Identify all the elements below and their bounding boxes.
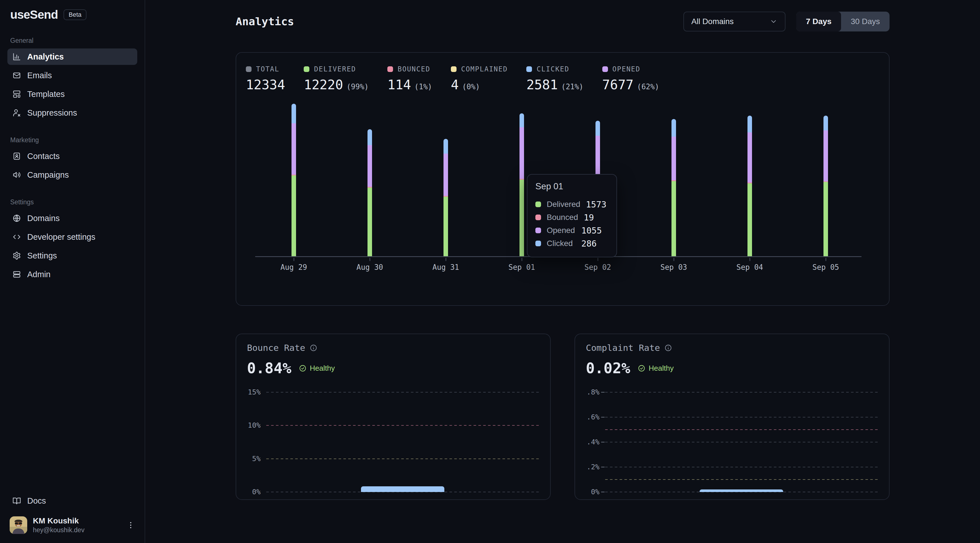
bounce-status-label: Healthy bbox=[310, 364, 335, 373]
book-user-icon bbox=[13, 152, 21, 160]
gridline-dashes bbox=[605, 442, 878, 442]
logo-row: useSend Beta bbox=[7, 0, 137, 22]
tooltip-label: Bounced bbox=[547, 213, 578, 222]
nav-section-title: General bbox=[10, 37, 134, 44]
complaint-rate-title: Complaint Rate bbox=[586, 343, 660, 353]
kebab-menu-icon[interactable] bbox=[126, 521, 135, 529]
bar-segment-clicked bbox=[444, 139, 448, 154]
tooltip-value: 19 bbox=[584, 213, 609, 222]
bounce-rate-title: Bounce Rate bbox=[247, 343, 305, 353]
header-controls: All Domains 7 Days 30 Days bbox=[683, 12, 889, 32]
chevron-down-icon bbox=[770, 17, 778, 25]
info-icon[interactable] bbox=[310, 344, 317, 352]
x-axis-label: Aug 31 bbox=[417, 263, 474, 272]
sidebar-item-domains[interactable]: Domains bbox=[7, 210, 137, 226]
bar-sep-01[interactable] bbox=[520, 113, 524, 256]
sidebar-item-emails[interactable]: Emails bbox=[7, 67, 137, 84]
stat-percentage: (21%) bbox=[561, 83, 583, 91]
tooltip-label: Delivered bbox=[547, 200, 580, 209]
bar-segment-delivered bbox=[520, 180, 524, 256]
complaint-rate-bar[interactable] bbox=[700, 489, 783, 492]
tooltip-swatch bbox=[535, 241, 541, 246]
y-axis-label: 15% bbox=[236, 388, 261, 396]
stats-row: TOTAL12334DELIVERED12220(99%)BOUNCED114(… bbox=[246, 65, 659, 92]
bar-segment-delivered bbox=[368, 187, 372, 256]
bar-segment-delivered bbox=[291, 175, 296, 256]
gridline-dashes bbox=[266, 459, 539, 459]
x-axis-tick bbox=[597, 258, 598, 261]
gridline--2-: .2% bbox=[575, 467, 889, 467]
sidebar-item-campaigns[interactable]: Campaigns bbox=[7, 167, 137, 183]
gridline-threshold bbox=[575, 429, 889, 430]
x-axis-tick bbox=[445, 258, 446, 261]
stat-label: TOTAL bbox=[256, 65, 279, 73]
range-7days-button[interactable]: 7 Days bbox=[796, 12, 841, 32]
sidebar-item-docs[interactable]: Docs bbox=[7, 492, 137, 509]
tooltip-swatch bbox=[535, 227, 541, 233]
sidebar-item-admin[interactable]: Admin bbox=[7, 266, 137, 283]
stat-label: OPENED bbox=[612, 65, 641, 73]
bar-aug-30[interactable] bbox=[368, 129, 372, 256]
x-axis-tick bbox=[673, 258, 674, 261]
bar-segment-opened bbox=[824, 130, 828, 181]
bar-segment-opened bbox=[520, 127, 524, 179]
bar-sep-04[interactable] bbox=[748, 116, 752, 256]
gridline-dashes bbox=[605, 467, 878, 467]
bar-segment-clicked bbox=[520, 113, 524, 127]
bar-sep-05[interactable] bbox=[824, 116, 828, 256]
check-circle-icon bbox=[299, 364, 307, 372]
gridline-dashes bbox=[266, 392, 539, 392]
stat-dot bbox=[451, 66, 457, 72]
check-circle-icon bbox=[638, 364, 645, 372]
bar-segment-clicked bbox=[824, 116, 828, 130]
bar-segment-opened bbox=[368, 145, 372, 187]
sidebar-nav: GeneralAnalyticsEmailsTemplatesSuppressi… bbox=[7, 22, 137, 285]
sidebar-item-label: Suppressions bbox=[27, 108, 77, 117]
gridline-dashes bbox=[605, 417, 878, 418]
main-area: Analytics All Domains 7 Days 30 Days TOT… bbox=[145, 0, 980, 543]
bar-aug-31[interactable] bbox=[444, 139, 448, 256]
rate-cards-row: Bounce Rate 0.84% Healthy 15%10%5%0% bbox=[235, 333, 889, 500]
sidebar: useSend Beta GeneralAnalyticsEmailsTempl… bbox=[0, 0, 145, 543]
stat-bounced: BOUNCED114(1%) bbox=[387, 65, 432, 92]
bounce-rate-bar[interactable] bbox=[361, 486, 444, 492]
y-axis-tick bbox=[601, 417, 605, 418]
domain-filter-select[interactable]: All Domains bbox=[683, 12, 786, 32]
complaint-rate-value: 0.02% bbox=[586, 360, 630, 377]
info-icon[interactable] bbox=[664, 344, 672, 352]
beta-badge: Beta bbox=[64, 10, 86, 20]
app-logo: useSend bbox=[10, 8, 58, 22]
mail-icon bbox=[13, 71, 21, 79]
user-menu[interactable]: KM Koushik hey@koushik.dev bbox=[7, 511, 137, 538]
sidebar-item-contacts[interactable]: Contacts bbox=[7, 148, 137, 164]
x-axis-label: Aug 29 bbox=[266, 263, 322, 272]
x-axis-tick bbox=[369, 258, 370, 261]
tooltip-row: Clicked286 bbox=[535, 237, 609, 250]
sidebar-item-suppressions[interactable]: Suppressions bbox=[7, 105, 137, 121]
sidebar-item-label: Campaigns bbox=[27, 170, 69, 180]
sidebar-item-templates[interactable]: Templates bbox=[7, 86, 137, 102]
stat-complained: COMPLAINED4(0%) bbox=[451, 65, 508, 92]
gridline-dashes bbox=[266, 425, 539, 426]
bounce-status-badge: Healthy bbox=[299, 364, 335, 373]
sidebar-item-label: Docs bbox=[27, 496, 46, 506]
megaphone-icon bbox=[13, 171, 21, 179]
bar-aug-29[interactable] bbox=[291, 104, 296, 256]
email-volume-xaxis: Aug 29Aug 30Aug 31Sep 01Sep 02Sep 03Sep … bbox=[255, 258, 861, 278]
sidebar-item-analytics[interactable]: Analytics bbox=[7, 48, 137, 65]
sidebar-item-settings[interactable]: Settings bbox=[7, 248, 137, 264]
x-axis-tick bbox=[293, 258, 294, 261]
page-title: Analytics bbox=[235, 15, 294, 28]
stat-dot bbox=[304, 66, 309, 72]
range-30days-button[interactable]: 30 Days bbox=[841, 12, 889, 32]
sidebar-item-developer-settings[interactable]: Developer settings bbox=[7, 229, 137, 245]
nav-section-title: Settings bbox=[10, 198, 134, 206]
tooltip-label: Clicked bbox=[547, 239, 573, 248]
y-axis-label: 0% bbox=[575, 488, 600, 496]
stat-delivered: DELIVERED12220(99%) bbox=[304, 65, 369, 92]
y-axis-label: .8% bbox=[575, 388, 600, 396]
sidebar-item-label: Settings bbox=[27, 251, 57, 260]
sidebar-item-label: Domains bbox=[27, 214, 60, 223]
x-axis-label: Sep 03 bbox=[645, 263, 702, 272]
bar-sep-03[interactable] bbox=[671, 119, 676, 256]
